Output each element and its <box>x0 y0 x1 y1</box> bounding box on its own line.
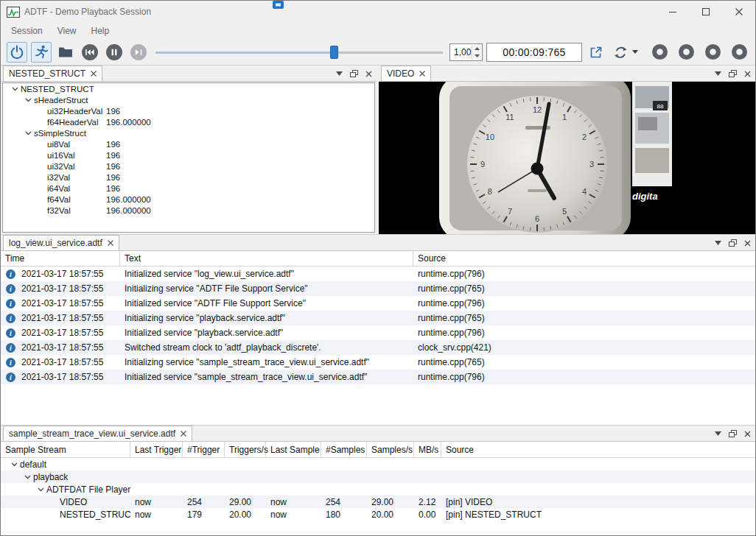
column-header-samples-s[interactable]: Samples/s <box>367 442 414 457</box>
panel-menu-button[interactable] <box>715 431 721 436</box>
tab-log-view[interactable]: log_view.ui_service.adtf <box>3 235 119 250</box>
tab-close-icon[interactable] <box>108 240 113 246</box>
tree-row[interactable]: ui32Val 196 <box>3 161 374 172</box>
close-button[interactable] <box>722 1 755 23</box>
column-header-source[interactable]: Source <box>441 442 755 457</box>
tab-nested-struct[interactable]: NESTED_STRUCT <box>3 66 102 81</box>
detach-button[interactable] <box>586 42 606 63</box>
tab-sample-stream-trace-view[interactable]: sample_stream_trace_view.ui_service.adtf <box>3 426 192 441</box>
menu-help[interactable]: Help <box>84 24 117 38</box>
tree-row[interactable]: f64Val 196.000000 <box>3 194 374 205</box>
table-row[interactable]: playback <box>1 470 755 483</box>
log-text: Initializing service "sample_stream_trac… <box>120 355 413 370</box>
column-header-time[interactable]: Time <box>1 251 120 266</box>
tab-close-icon[interactable] <box>91 71 97 77</box>
tree-row[interactable]: i32Val 196 <box>3 172 374 183</box>
open-file-button[interactable] <box>55 42 76 63</box>
table-row[interactable]: 2021-03-17 18:57:55 Switched stream cloc… <box>1 340 755 355</box>
tree-row[interactable]: ui32HeaderVal 196 <box>3 105 374 116</box>
column-header-mbs[interactable]: MB/s <box>414 442 441 457</box>
panel-menu-button[interactable] <box>715 71 721 76</box>
chevron-down-icon[interactable] <box>21 475 33 479</box>
tree-node-label: sSimpleStruct <box>34 129 86 138</box>
panel-menu-button[interactable] <box>715 241 721 245</box>
panel-close-button[interactable] <box>365 71 372 77</box>
table-row[interactable]: NESTED_STRUCT now 179 20.00 now 180 20.0… <box>1 508 755 521</box>
init-session-button[interactable] <box>7 42 27 63</box>
jump-to-end-button[interactable] <box>128 42 149 63</box>
menu-view[interactable]: View <box>50 24 84 38</box>
table-row[interactable]: 2021-03-17 18:57:55 Initialized service … <box>1 370 755 384</box>
tree-row[interactable]: ui8Val 196 <box>3 138 374 149</box>
panel-float-button[interactable] <box>729 430 737 437</box>
column-header-text[interactable]: Text <box>120 251 413 266</box>
chevron-down-icon[interactable] <box>22 131 34 135</box>
skip-to-end-icon <box>130 43 147 61</box>
marker-button-1[interactable] <box>651 42 668 63</box>
column-header-last-sample[interactable]: Last Sample <box>266 442 321 457</box>
seek-slider[interactable] <box>155 42 443 63</box>
tree-row[interactable]: f64HeaderVal 196.000000 <box>3 116 374 127</box>
panel-menu-button[interactable] <box>336 71 343 76</box>
seek-slider-handle[interactable] <box>330 46 338 59</box>
marker-button-4[interactable] <box>730 42 748 63</box>
chevron-down-icon[interactable] <box>8 462 20 467</box>
chevron-down-icon <box>336 71 343 76</box>
external-link-icon <box>588 44 604 60</box>
column-header-last-trigger[interactable]: Last Trigger <box>130 442 183 457</box>
table-row[interactable]: ADTFDAT File Player <box>1 483 755 496</box>
menu-bar: Session View Help <box>1 23 755 39</box>
table-row[interactable]: 2021-03-17 18:57:55 Initializing service… <box>1 311 755 325</box>
tab-close-icon[interactable] <box>181 431 186 437</box>
speed-spinbox[interactable]: 1,00x <box>449 43 483 61</box>
chevron-down-icon[interactable] <box>35 487 46 492</box>
marker-button-3[interactable] <box>704 42 721 63</box>
chevron-down-icon[interactable] <box>22 98 34 102</box>
loop-button[interactable] <box>610 42 631 63</box>
panel-float-button[interactable] <box>350 70 358 77</box>
marker-button-2[interactable] <box>677 42 695 63</box>
table-row[interactable]: 2021-03-17 18:57:55 Initialized service … <box>1 296 755 311</box>
tree-row[interactable]: f32Val 196.000000 <box>3 205 374 216</box>
table-row[interactable]: default <box>1 458 755 470</box>
cell-mbs: 2.12 <box>414 496 441 508</box>
tree-row[interactable]: ui16Val 196 <box>3 149 374 161</box>
table-row[interactable]: 2021-03-17 18:57:55 Initializing service… <box>1 355 755 370</box>
column-header-sample-stream[interactable]: Sample Stream <box>1 442 130 457</box>
chevron-down-icon[interactable] <box>9 87 21 91</box>
table-row[interactable]: VIDEO now 254 29.00 now 254 29.00 2.12 [… <box>1 496 755 508</box>
chevron-down-icon <box>715 431 721 436</box>
pause-button[interactable] <box>104 42 125 63</box>
tab-close-icon[interactable] <box>419 71 425 77</box>
tab-video[interactable]: VIDEO <box>381 66 431 81</box>
panel-float-button[interactable] <box>729 70 737 77</box>
cell-triggers-per-s <box>225 458 266 470</box>
column-header-source[interactable]: Source <box>413 251 755 266</box>
time-display[interactable]: 00:00:09:765 <box>486 43 582 62</box>
window-title: ADTF - Demo Playback Session <box>24 7 151 17</box>
jump-to-begin-button[interactable] <box>80 42 100 63</box>
run-button[interactable] <box>31 42 52 63</box>
loop-dropdown-arrow[interactable] <box>632 50 638 54</box>
speed-spinner[interactable] <box>472 45 481 60</box>
column-header-triggers-s[interactable]: Triggers/s <box>225 442 266 457</box>
panel-close-button[interactable] <box>744 71 751 77</box>
panel-close-button[interactable] <box>744 240 751 247</box>
tree-row[interactable]: sSimpleStruct <box>3 127 374 138</box>
table-row[interactable]: 2021-03-17 18:57:55 Initialized service … <box>1 325 755 340</box>
tree-row[interactable]: NESTED_STRUCT <box>3 83 374 94</box>
menu-session[interactable]: Session <box>4 24 50 38</box>
log-source: runtime.cpp(796) <box>413 267 755 281</box>
tree-row[interactable]: i64Val 196 <box>3 183 374 194</box>
table-row[interactable]: 2021-03-17 18:57:55 Initialized service … <box>1 267 755 281</box>
column-header-samples[interactable]: #Samples <box>321 442 367 457</box>
cell-mbs <box>414 458 441 470</box>
close-icon <box>744 240 751 247</box>
panel-close-button[interactable] <box>744 431 751 437</box>
tree-row[interactable]: sHeaderStruct <box>3 94 374 105</box>
column-header-trigger[interactable]: #Trigger <box>183 442 225 457</box>
panel-float-button[interactable] <box>729 239 737 247</box>
maximize-button[interactable] <box>689 1 722 23</box>
minimize-button[interactable] <box>656 1 689 23</box>
table-row[interactable]: 2021-03-17 18:57:55 Initializing service… <box>1 281 755 296</box>
